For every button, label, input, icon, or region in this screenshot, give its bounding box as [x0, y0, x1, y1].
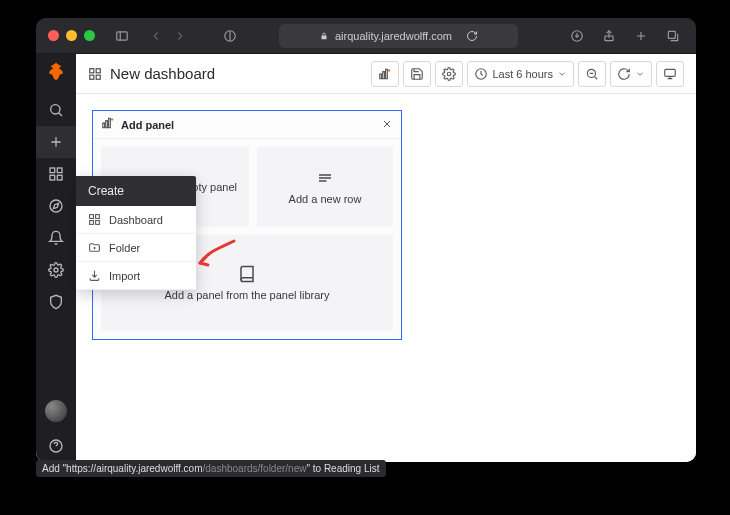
svg-rect-0	[117, 31, 128, 39]
add-new-row-label: Add a new row	[289, 193, 362, 205]
browser-window: airquality.jaredwolff.com	[36, 18, 696, 462]
chevron-down-icon	[635, 69, 645, 79]
svg-line-10	[59, 113, 62, 116]
lock-icon	[319, 31, 329, 41]
url-bar[interactable]: airquality.jaredwolff.com	[279, 24, 518, 48]
sidebar-admin[interactable]	[36, 286, 76, 318]
chevron-down-icon	[557, 69, 567, 79]
nav-buttons	[145, 25, 191, 47]
svg-rect-14	[57, 168, 62, 173]
import-icon	[88, 269, 101, 282]
svg-rect-15	[50, 175, 55, 180]
grid-icon	[88, 213, 101, 226]
forward-button[interactable]	[169, 25, 191, 47]
svg-rect-22	[90, 215, 94, 219]
svg-rect-33	[383, 71, 385, 78]
tabs-icon[interactable]	[662, 25, 684, 47]
svg-rect-28	[90, 68, 94, 72]
tooltip-prefix: Add "https://airquality.jaredwolff.com	[42, 463, 202, 474]
create-import-label: Import	[109, 270, 140, 282]
add-panel-title: Add panel	[121, 119, 174, 131]
close-add-panel-button[interactable]	[381, 116, 393, 134]
svg-point-19	[54, 268, 58, 272]
svg-point-17	[50, 200, 62, 212]
sidebar-explore[interactable]	[36, 190, 76, 222]
save-icon	[410, 67, 424, 81]
svg-marker-18	[53, 203, 58, 208]
row-icon	[316, 169, 334, 187]
new-tab-icon[interactable]	[630, 25, 652, 47]
add-panel-header: Add panel	[93, 111, 401, 139]
svg-rect-23	[96, 215, 100, 219]
maximize-window-button[interactable]	[84, 30, 95, 41]
sidebar	[36, 54, 76, 462]
svg-rect-8	[668, 31, 675, 38]
svg-rect-29	[96, 68, 100, 72]
create-folder-item[interactable]: Folder	[76, 234, 196, 262]
svg-rect-16	[57, 175, 62, 180]
svg-rect-3	[322, 35, 327, 39]
time-range-label: Last 6 hours	[492, 68, 553, 80]
refresh-button[interactable]	[610, 61, 652, 87]
share-icon[interactable]	[598, 25, 620, 47]
shield-icon[interactable]	[219, 25, 241, 47]
url-text: airquality.jaredwolff.com	[335, 30, 452, 42]
svg-rect-34	[386, 69, 388, 78]
svg-rect-32	[380, 74, 382, 79]
time-range-picker[interactable]: Last 6 hours	[467, 61, 574, 87]
downloads-icon[interactable]	[566, 25, 588, 47]
svg-line-38	[594, 76, 597, 79]
refresh-icon[interactable]	[466, 30, 478, 42]
add-empty-panel-label: oty panel	[192, 181, 237, 193]
app-body: Create Dashboard Folder Import	[36, 54, 696, 462]
reading-list-tooltip: Add "https://airquality.jaredwolff.com/d…	[36, 460, 386, 477]
save-dashboard-button[interactable]	[403, 61, 431, 87]
svg-rect-13	[50, 168, 55, 173]
close-icon	[381, 118, 393, 130]
close-window-button[interactable]	[48, 30, 59, 41]
create-dashboard-item[interactable]: Dashboard	[76, 206, 196, 234]
minimize-window-button[interactable]	[66, 30, 77, 41]
create-folder-label: Folder	[109, 242, 140, 254]
book-icon	[238, 265, 256, 283]
sidebar-alerting[interactable]	[36, 222, 76, 254]
sidebar-search[interactable]	[36, 94, 76, 126]
top-actions: Last 6 hours	[371, 61, 684, 87]
add-panel-button[interactable]	[371, 61, 399, 87]
svg-point-9	[51, 105, 60, 114]
sidebar-configuration[interactable]	[36, 254, 76, 286]
sidebar-toggle-icon[interactable]	[111, 25, 133, 47]
titlebar-right	[566, 25, 684, 47]
tooltip-suffix: " to Reading List	[306, 463, 379, 474]
grafana-logo[interactable]	[44, 60, 68, 84]
sidebar-help[interactable]	[36, 430, 76, 462]
svg-rect-40	[665, 69, 676, 76]
titlebar: airquality.jaredwolff.com	[36, 18, 696, 54]
window-controls	[48, 30, 95, 41]
svg-rect-44	[106, 120, 108, 127]
zoom-out-button[interactable]	[578, 61, 606, 87]
create-import-item[interactable]: Import	[76, 262, 196, 290]
create-dashboard-label: Dashboard	[109, 214, 163, 226]
svg-rect-43	[103, 123, 105, 128]
svg-rect-30	[90, 75, 94, 79]
page-title: New dashboard	[110, 65, 215, 82]
sidebar-create[interactable]	[36, 126, 76, 158]
zoom-out-icon	[585, 67, 599, 81]
folder-icon	[88, 241, 101, 254]
bar-chart-plus-icon	[378, 67, 392, 81]
add-library-panel-label: Add a panel from the panel library	[164, 289, 329, 301]
sidebar-dashboards[interactable]	[36, 158, 76, 190]
user-avatar[interactable]	[45, 400, 67, 422]
clock-icon	[474, 67, 488, 81]
svg-rect-25	[96, 221, 100, 225]
create-menu: Create Dashboard Folder Import	[76, 176, 196, 290]
add-new-row-card[interactable]: Add a new row	[257, 147, 393, 227]
monitor-icon	[663, 67, 677, 81]
tv-mode-button[interactable]	[656, 61, 684, 87]
back-button[interactable]	[145, 25, 167, 47]
topbar: New dashboard Last 6 hours	[76, 54, 696, 94]
dashboard-settings-button[interactable]	[435, 61, 463, 87]
create-menu-header: Create	[76, 176, 196, 206]
svg-point-35	[448, 72, 452, 76]
